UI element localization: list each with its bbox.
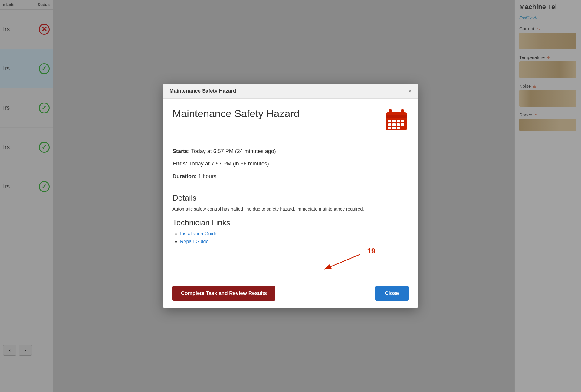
modal-overlay: Maintenance Safety Hazard × Maintenance … <box>0 0 581 392</box>
tech-link-item-1: Installation Guide <box>180 231 409 237</box>
svg-rect-5 <box>392 120 396 122</box>
svg-rect-1 <box>386 115 407 118</box>
svg-rect-4 <box>388 120 391 122</box>
svg-rect-2 <box>389 109 392 115</box>
installation-guide-link[interactable]: Installation Guide <box>180 231 218 236</box>
duration-row: Duration: 1 hours <box>172 173 409 180</box>
ends-row: Ends: Today at 7:57 PM (in 36 minutes) <box>172 160 409 168</box>
svg-rect-8 <box>388 123 391 126</box>
duration-label: Duration: <box>172 173 197 179</box>
svg-rect-11 <box>401 123 404 126</box>
duration-value: 1 hours <box>198 173 216 179</box>
svg-rect-7 <box>401 120 404 122</box>
starts-value: Today at 6:57 PM (24 minutes ago) <box>191 148 276 154</box>
svg-rect-13 <box>392 127 396 129</box>
svg-rect-10 <box>397 123 400 126</box>
modal-footer: Complete Task and Review Results Close <box>163 282 418 308</box>
modal-info-section: Starts: Today at 6:57 PM (24 minutes ago… <box>172 141 409 180</box>
svg-rect-14 <box>397 127 400 129</box>
modal-dialog: Maintenance Safety Hazard × Maintenance … <box>163 84 418 308</box>
ends-label: Ends: <box>172 161 188 167</box>
modal-body: Maintenance Safety Hazard <box>163 99 418 282</box>
svg-line-16 <box>324 254 360 270</box>
modal-header-title: Maintenance Safety Hazard <box>169 88 236 94</box>
tech-link-item-2: Repair Guide <box>180 239 409 244</box>
svg-rect-9 <box>392 123 396 126</box>
modal-main-title: Maintenance Safety Hazard <box>172 108 300 119</box>
starts-label: Starts: <box>172 148 190 154</box>
svg-rect-6 <box>397 120 400 122</box>
modal-divider <box>172 187 409 187</box>
starts-row: Starts: Today at 6:57 PM (24 minutes ago… <box>172 148 409 155</box>
svg-rect-12 <box>388 127 391 129</box>
details-title: Details <box>172 193 409 203</box>
annotation-arrow-svg <box>300 250 375 274</box>
calendar-icon <box>384 108 409 133</box>
complete-task-button[interactable]: Complete Task and Review Results <box>172 286 275 301</box>
svg-rect-3 <box>401 109 404 115</box>
repair-guide-link[interactable]: Repair Guide <box>180 239 208 244</box>
close-modal-button[interactable]: Close <box>375 286 409 301</box>
modal-main-section: Maintenance Safety Hazard <box>172 108 409 133</box>
modal-header: Maintenance Safety Hazard × <box>163 84 418 99</box>
modal-close-x-button[interactable]: × <box>408 88 412 94</box>
tech-links-list: Installation Guide Repair Guide <box>172 231 409 244</box>
annotation-area: 19 <box>172 247 409 274</box>
tech-links-title: Technician Links <box>172 218 409 227</box>
ends-value: Today at 7:57 PM (in 36 minutes) <box>189 161 269 167</box>
details-text: Automatic safety control has halted line… <box>172 206 409 211</box>
